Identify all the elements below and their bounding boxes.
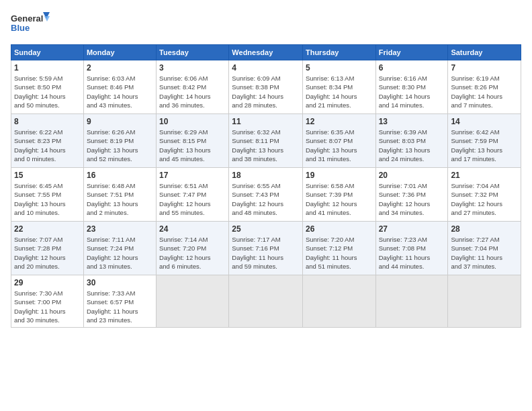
day-info: Sunrise: 7:20 AM Sunset: 7:12 PM Dayligh… (306, 235, 373, 271)
day-info: Sunrise: 7:07 AM Sunset: 7:28 PM Dayligh… (14, 235, 81, 271)
day-number: 4 (232, 63, 300, 73)
calendar-cell: 28Sunrise: 7:27 AM Sunset: 7:04 PM Dayli… (448, 222, 521, 275)
day-info: Sunrise: 6:48 AM Sunset: 7:51 PM Dayligh… (87, 181, 153, 217)
day-number: 5 (306, 63, 373, 73)
col-thursday: Thursday (302, 45, 375, 60)
day-info: Sunrise: 6:32 AM Sunset: 8:11 PM Dayligh… (232, 128, 300, 163)
calendar-cell: 8Sunrise: 6:22 AM Sunset: 8:23 PM Daylig… (11, 114, 84, 168)
day-number: 6 (379, 63, 445, 73)
calendar-cell: 30Sunrise: 7:33 AM Sunset: 6:57 PM Dayli… (83, 275, 156, 328)
day-number: 16 (87, 171, 153, 180)
calendar-cell: 21Sunrise: 7:04 AM Sunset: 7:32 PM Dayli… (448, 168, 521, 222)
day-info: Sunrise: 6:19 AM Sunset: 8:26 PM Dayligh… (451, 74, 518, 109)
calendar-cell: 29Sunrise: 7:30 AM Sunset: 7:00 PM Dayli… (11, 275, 84, 328)
day-info: Sunrise: 7:01 AM Sunset: 7:36 PM Dayligh… (379, 181, 445, 217)
day-info: Sunrise: 6:51 AM Sunset: 7:47 PM Dayligh… (159, 181, 226, 217)
day-number: 25 (232, 224, 300, 234)
day-info: Sunrise: 6:39 AM Sunset: 8:03 PM Dayligh… (379, 128, 445, 163)
calendar-cell: 13Sunrise: 6:39 AM Sunset: 8:03 PM Dayli… (375, 114, 448, 168)
calendar-cell: 22Sunrise: 7:07 AM Sunset: 7:28 PM Dayli… (11, 222, 84, 275)
day-info: Sunrise: 6:03 AM Sunset: 8:46 PM Dayligh… (87, 74, 153, 109)
day-info: Sunrise: 7:33 AM Sunset: 6:57 PM Dayligh… (87, 289, 153, 324)
col-tuesday: Tuesday (157, 45, 229, 60)
calendar-cell (157, 275, 229, 328)
calendar-cell: 18Sunrise: 6:55 AM Sunset: 7:43 PM Dayli… (229, 168, 303, 222)
calendar-cell: 17Sunrise: 6:51 AM Sunset: 7:47 PM Dayli… (157, 168, 229, 222)
day-number: 2 (87, 63, 153, 73)
day-number: 23 (87, 224, 153, 234)
logo: General Blue (11, 11, 51, 38)
day-info: Sunrise: 6:06 AM Sunset: 8:42 PM Dayligh… (159, 74, 226, 109)
day-info: Sunrise: 6:29 AM Sunset: 8:15 PM Dayligh… (159, 128, 226, 163)
day-info: Sunrise: 6:42 AM Sunset: 7:59 PM Dayligh… (451, 128, 518, 163)
day-number: 21 (451, 171, 518, 180)
day-info: Sunrise: 6:55 AM Sunset: 7:43 PM Dayligh… (232, 181, 300, 217)
day-info: Sunrise: 7:04 AM Sunset: 7:32 PM Dayligh… (451, 181, 518, 217)
calendar-cell: 25Sunrise: 7:17 AM Sunset: 7:16 PM Dayli… (229, 222, 303, 275)
day-number: 19 (306, 171, 373, 180)
calendar-cell (302, 275, 375, 328)
day-number: 24 (159, 224, 226, 234)
page-header: General Blue (11, 11, 521, 38)
day-number: 10 (159, 117, 226, 126)
logo-svg: General Blue (11, 11, 51, 38)
svg-text:General: General (11, 13, 43, 24)
day-info: Sunrise: 6:09 AM Sunset: 8:38 PM Dayligh… (232, 74, 300, 109)
day-info: Sunrise: 7:27 AM Sunset: 7:04 PM Dayligh… (451, 235, 518, 271)
svg-marker-3 (44, 16, 50, 21)
day-number: 22 (14, 224, 81, 234)
calendar-cell: 20Sunrise: 7:01 AM Sunset: 7:36 PM Dayli… (375, 168, 448, 222)
day-number: 11 (232, 117, 300, 126)
day-number: 8 (14, 117, 81, 126)
calendar-cell: 4Sunrise: 6:09 AM Sunset: 8:38 PM Daylig… (229, 60, 303, 114)
day-info: Sunrise: 6:35 AM Sunset: 8:07 PM Dayligh… (306, 128, 373, 163)
day-number: 26 (306, 224, 373, 234)
calendar-cell: 14Sunrise: 6:42 AM Sunset: 7:59 PM Dayli… (448, 114, 521, 168)
day-info: Sunrise: 7:11 AM Sunset: 7:24 PM Dayligh… (87, 235, 153, 271)
day-number: 18 (232, 171, 300, 180)
day-number: 29 (14, 278, 81, 287)
calendar-header-row: Sunday Monday Tuesday Wednesday Thursday… (11, 45, 521, 60)
calendar-table: Sunday Monday Tuesday Wednesday Thursday… (11, 44, 521, 328)
day-number: 3 (159, 63, 226, 73)
calendar-cell: 7Sunrise: 6:19 AM Sunset: 8:26 PM Daylig… (448, 60, 521, 114)
day-info: Sunrise: 6:13 AM Sunset: 8:34 PM Dayligh… (306, 74, 373, 109)
calendar-cell (375, 275, 448, 328)
day-number: 15 (14, 171, 81, 180)
day-number: 20 (379, 171, 445, 180)
calendar-cell: 6Sunrise: 6:16 AM Sunset: 8:30 PM Daylig… (375, 60, 448, 114)
calendar-cell: 12Sunrise: 6:35 AM Sunset: 8:07 PM Dayli… (302, 114, 375, 168)
day-number: 13 (379, 117, 445, 126)
day-number: 12 (306, 117, 373, 126)
day-info: Sunrise: 7:17 AM Sunset: 7:16 PM Dayligh… (232, 235, 300, 271)
calendar-cell (448, 275, 521, 328)
day-number: 14 (451, 117, 518, 126)
day-number: 1 (14, 63, 81, 73)
calendar-cell: 1Sunrise: 5:59 AM Sunset: 8:50 PM Daylig… (11, 60, 84, 114)
day-info: Sunrise: 6:58 AM Sunset: 7:39 PM Dayligh… (306, 181, 373, 217)
calendar-cell: 5Sunrise: 6:13 AM Sunset: 8:34 PM Daylig… (302, 60, 375, 114)
col-wednesday: Wednesday (229, 45, 303, 60)
day-number: 9 (87, 117, 153, 126)
col-sunday: Sunday (11, 45, 84, 60)
day-info: Sunrise: 6:26 AM Sunset: 8:19 PM Dayligh… (87, 128, 153, 163)
calendar-cell: 11Sunrise: 6:32 AM Sunset: 8:11 PM Dayli… (229, 114, 303, 168)
calendar-cell: 3Sunrise: 6:06 AM Sunset: 8:42 PM Daylig… (157, 60, 229, 114)
calendar-cell: 2Sunrise: 6:03 AM Sunset: 8:46 PM Daylig… (83, 60, 156, 114)
day-info: Sunrise: 6:16 AM Sunset: 8:30 PM Dayligh… (379, 74, 445, 109)
day-info: Sunrise: 6:45 AM Sunset: 7:55 PM Dayligh… (14, 181, 81, 217)
calendar-cell: 27Sunrise: 7:23 AM Sunset: 7:08 PM Dayli… (375, 222, 448, 275)
day-number: 7 (451, 63, 518, 73)
day-info: Sunrise: 5:59 AM Sunset: 8:50 PM Dayligh… (14, 74, 81, 109)
day-info: Sunrise: 6:22 AM Sunset: 8:23 PM Dayligh… (14, 128, 81, 163)
calendar-cell: 19Sunrise: 6:58 AM Sunset: 7:39 PM Dayli… (302, 168, 375, 222)
day-number: 28 (451, 224, 518, 234)
calendar-cell: 23Sunrise: 7:11 AM Sunset: 7:24 PM Dayli… (83, 222, 156, 275)
col-monday: Monday (83, 45, 156, 60)
day-info: Sunrise: 7:23 AM Sunset: 7:08 PM Dayligh… (379, 235, 445, 271)
calendar-cell (229, 275, 303, 328)
calendar-cell: 24Sunrise: 7:14 AM Sunset: 7:20 PM Dayli… (157, 222, 229, 275)
calendar-cell: 9Sunrise: 6:26 AM Sunset: 8:19 PM Daylig… (83, 114, 156, 168)
col-friday: Friday (375, 45, 448, 60)
day-number: 30 (87, 278, 153, 287)
